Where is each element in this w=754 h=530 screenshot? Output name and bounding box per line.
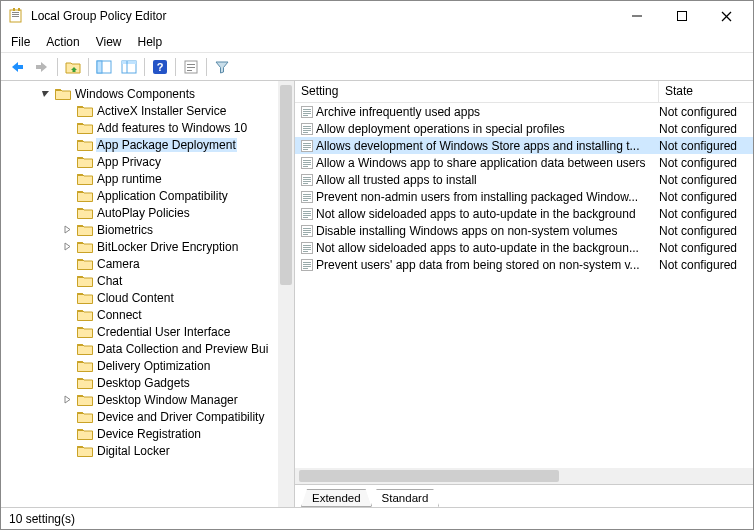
back-button[interactable] (5, 55, 29, 79)
settings-row[interactable]: Not allow sideloaded apps to auto-update… (295, 239, 753, 256)
tree-node[interactable]: ▶Application Compatibility (1, 187, 278, 204)
setting-name: Allow deployment operations in special p… (316, 122, 659, 136)
filter-button[interactable] (210, 55, 234, 79)
app-icon (9, 8, 25, 24)
menu-view[interactable]: View (88, 33, 130, 51)
tree-node-label: Connect (96, 308, 143, 322)
settings-row[interactable]: Archive infrequently used appsNot config… (295, 103, 753, 120)
show-hide-tree-button[interactable] (92, 55, 116, 79)
tree-node[interactable]: ▶Connect (1, 306, 278, 323)
export-list-button[interactable] (117, 55, 141, 79)
window-title: Local Group Policy Editor (31, 9, 614, 23)
tree-node[interactable]: ▶Device Registration (1, 425, 278, 442)
tree-node[interactable]: ▶App Package Deployment (1, 136, 278, 153)
tree-node[interactable]: Biometrics (1, 221, 278, 238)
tab-extended[interactable]: Extended (301, 489, 372, 507)
svg-rect-70 (303, 264, 311, 265)
menu-help[interactable]: Help (130, 33, 171, 51)
settings-row[interactable]: Not allow sideloaded apps to auto-update… (295, 205, 753, 222)
svg-rect-59 (303, 228, 311, 229)
tree-node[interactable]: ▶App Privacy (1, 153, 278, 170)
settings-row[interactable]: Prevent non-admin users from installing … (295, 188, 753, 205)
tree-node[interactable]: ▶Digital Locker (1, 442, 278, 459)
tree-node[interactable]: ▶Cloud Content (1, 289, 278, 306)
menu-action[interactable]: Action (38, 33, 87, 51)
tree-node-label: AutoPlay Policies (96, 206, 191, 220)
tree-node-label: Desktop Gadgets (96, 376, 191, 390)
settings-row[interactable]: Allow all trusted apps to installNot con… (295, 171, 753, 188)
tree-node-label: Digital Locker (96, 444, 171, 458)
svg-rect-61 (303, 232, 311, 233)
policy-icon (298, 122, 316, 136)
svg-rect-47 (303, 183, 308, 184)
list-hscrollbar[interactable] (295, 468, 753, 484)
folder-icon (77, 427, 93, 440)
column-header-setting[interactable]: Setting (295, 81, 659, 102)
properties-button[interactable] (179, 55, 203, 79)
maximize-button[interactable] (659, 2, 704, 30)
chevron-right-icon[interactable] (63, 395, 77, 404)
tree-node[interactable]: ▶Camera (1, 255, 278, 272)
policy-icon (298, 156, 316, 170)
folder-icon (77, 240, 93, 253)
settings-row[interactable]: Prevent users' app data from being store… (295, 256, 753, 273)
folder-icon (77, 138, 93, 151)
tree-vscrollbar[interactable] (278, 81, 294, 507)
tree-node[interactable]: ▶Desktop Gadgets (1, 374, 278, 391)
svg-rect-55 (303, 213, 311, 214)
tree-node[interactable]: Desktop Window Manager (1, 391, 278, 408)
minimize-button[interactable] (614, 2, 659, 30)
tree-node[interactable]: ▶Device and Driver Compatibility (1, 408, 278, 425)
svg-rect-42 (303, 166, 308, 167)
svg-rect-69 (303, 262, 311, 263)
forward-button[interactable] (30, 55, 54, 79)
settings-row[interactable]: Allows development of Windows Store apps… (295, 137, 753, 154)
svg-rect-57 (303, 217, 308, 218)
chevron-right-icon[interactable] (63, 242, 77, 251)
tab-standard[interactable]: Standard (371, 489, 440, 507)
svg-rect-51 (303, 198, 311, 199)
tree-node[interactable]: BitLocker Drive Encryption (1, 238, 278, 255)
menu-file[interactable]: File (3, 33, 38, 51)
svg-rect-41 (303, 164, 311, 165)
close-button[interactable] (704, 2, 749, 30)
chevron-right-icon[interactable] (63, 225, 77, 234)
settings-row[interactable]: Disable installing Windows apps on non-s… (295, 222, 753, 239)
tree-node[interactable]: ▶Credential User Interface (1, 323, 278, 340)
setting-name: Not allow sideloaded apps to auto-update… (316, 207, 659, 221)
column-header-state[interactable]: State (659, 81, 753, 102)
tree-node[interactable]: ▶AutoPlay Policies (1, 204, 278, 221)
folder-icon (77, 342, 93, 355)
setting-state: Not configured (659, 241, 753, 255)
up-level-button[interactable] (61, 55, 85, 79)
tree-node[interactable]: ▶Data Collection and Preview Bui (1, 340, 278, 357)
chevron-down-icon[interactable] (41, 89, 55, 98)
svg-rect-40 (303, 162, 311, 163)
tree-node[interactable]: ▶ActiveX Installer Service (1, 102, 278, 119)
folder-icon (77, 359, 93, 372)
svg-rect-52 (303, 200, 308, 201)
svg-rect-2 (12, 14, 19, 15)
tree-node[interactable]: ▶Chat (1, 272, 278, 289)
svg-rect-64 (303, 245, 311, 246)
setting-name: Prevent users' app data from being store… (316, 258, 659, 272)
setting-state: Not configured (659, 139, 753, 153)
svg-rect-29 (303, 126, 311, 127)
setting-state: Not configured (659, 156, 753, 170)
setting-state: Not configured (659, 105, 753, 119)
svg-rect-56 (303, 215, 311, 216)
tree-node[interactable]: ▶Delivery Optimization (1, 357, 278, 374)
svg-rect-10 (17, 65, 23, 69)
tree-node-windows-components[interactable]: Windows Components (1, 85, 278, 102)
tree-node[interactable]: ▶Add features to Windows 10 (1, 119, 278, 136)
setting-name: Allows development of Windows Store apps… (316, 139, 659, 153)
tree-node-label: BitLocker Drive Encryption (96, 240, 239, 254)
settings-row[interactable]: Allow a Windows app to share application… (295, 154, 753, 171)
folder-icon (77, 172, 93, 185)
svg-rect-66 (303, 249, 311, 250)
setting-name: Disable installing Windows apps on non-s… (316, 224, 659, 238)
help-button[interactable]: ? (148, 55, 172, 79)
settings-row[interactable]: Allow deployment operations in special p… (295, 120, 753, 137)
list-header: Setting State (295, 81, 753, 103)
tree-node[interactable]: ▶App runtime (1, 170, 278, 187)
